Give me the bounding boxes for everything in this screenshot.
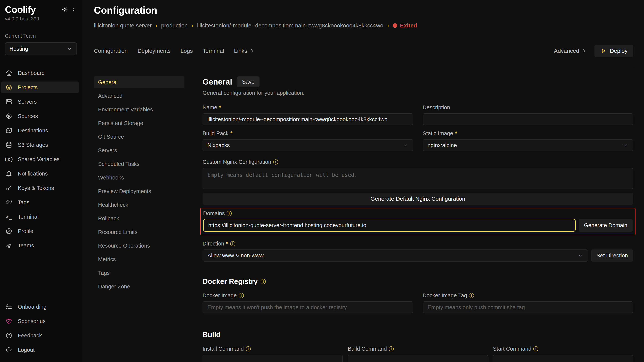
database-icon	[5, 141, 12, 148]
sidebar-item-profile[interactable]: Profile	[1, 225, 79, 237]
general-form: General Save General configuration for y…	[202, 76, 633, 362]
sidebar-item-teams[interactable]: Teams	[1, 240, 79, 251]
custom-nginx-label: Custom Nginx Configuration	[202, 159, 633, 165]
sidebar-item-dashboard[interactable]: Dashboard	[1, 67, 79, 79]
tab-logs[interactable]: Logs	[180, 48, 193, 54]
sidebar-item-feedback[interactable]: Feedback	[1, 330, 79, 341]
breadcrumb: illicitonion quote server › production ›…	[94, 22, 633, 29]
generate-domain-button[interactable]: Generate Domain	[579, 219, 633, 232]
sidebar-item-s3-storages[interactable]: S3 Storages	[1, 139, 79, 151]
server-icon	[5, 98, 12, 105]
chevron-down-icon	[578, 253, 583, 258]
breadcrumb-application[interactable]: illicitestonion/-module--decomposition:m…	[197, 22, 383, 29]
config-nav-item-resource-operations[interactable]: Resource Operations	[94, 240, 184, 252]
docker-image-tag-input[interactable]	[423, 301, 634, 313]
info-icon	[389, 346, 394, 352]
config-nav-item-general[interactable]: General	[94, 76, 184, 88]
status-dot-icon	[393, 23, 397, 28]
sidebar-item-onboarding[interactable]: Onboarding	[1, 301, 79, 313]
chevron-down-icon	[622, 142, 628, 148]
breadcrumb-project[interactable]: illicitonion quote server	[94, 22, 152, 29]
layers-icon	[5, 84, 12, 91]
sidebar-item-projects[interactable]: Projects	[1, 81, 79, 93]
chevron-down-icon	[403, 142, 408, 148]
sidebar-item-notifications[interactable]: Notifications	[1, 168, 79, 179]
config-nav-item-preview-deployments[interactable]: Preview Deployments	[94, 185, 184, 197]
sidebar-item-shared-variables[interactable]: (x) Shared Variables	[1, 153, 79, 165]
breadcrumb-environment[interactable]: production	[161, 22, 188, 29]
users-icon	[5, 242, 12, 249]
config-nav-item-tags[interactable]: Tags	[94, 267, 184, 279]
section-title-build: Build	[202, 331, 633, 339]
braces-x-icon: (x)	[5, 156, 12, 162]
theme-toggle-sun-icon[interactable]	[62, 6, 68, 12]
app-root: Coolify v4.0.0-beta.399 Current Team Hos…	[0, 0, 644, 362]
tab-terminal[interactable]: Terminal	[203, 48, 224, 54]
docker-image-tag-label: Docker Image Tag	[423, 292, 634, 299]
config-nav-item-persistent-storage[interactable]: Persistent Storage	[94, 117, 184, 129]
config-nav-item-healthcheck[interactable]: Healthcheck	[94, 199, 184, 211]
config-nav-item-rollback[interactable]: Rollback	[94, 213, 184, 224]
name-label: Name*	[202, 104, 413, 111]
description-label: Description	[423, 104, 634, 111]
config-nav-item-metrics[interactable]: Metrics	[94, 253, 184, 265]
play-icon	[600, 48, 606, 54]
info-icon	[469, 293, 474, 298]
advanced-menu[interactable]: Advanced	[554, 48, 586, 54]
save-button[interactable]: Save	[237, 76, 259, 87]
build-command-input[interactable]	[348, 355, 488, 362]
team-select[interactable]: Hosting	[5, 42, 77, 55]
config-nav-item-environment-variables[interactable]: Environment Variables	[94, 104, 184, 115]
tab-deployments[interactable]: Deployments	[138, 48, 170, 54]
section-title-general: General	[202, 77, 232, 86]
brand-logo: Coolify	[5, 4, 36, 15]
sidebar-item-destinations[interactable]: Destinations	[1, 125, 79, 136]
sidebar-item-terminal[interactable]: >_ Terminal	[1, 211, 79, 223]
sidebar-item-keys-tokens[interactable]: Keys & Tokens	[1, 182, 79, 194]
sources-icon	[5, 113, 12, 119]
config-nav-item-webhooks[interactable]: Webhooks	[94, 172, 184, 183]
direction-select[interactable]: Allow www & non-www.	[202, 250, 588, 262]
sidebar-item-sources[interactable]: Sources	[1, 110, 79, 122]
static-image-select[interactable]: nginx:alpine	[423, 139, 634, 151]
config-nav: General Advanced Environment Variables P…	[94, 76, 184, 294]
sidebar-item-sponsor[interactable]: Sponsor us	[1, 315, 79, 327]
config-nav-item-resource-limits[interactable]: Resource Limits	[94, 226, 184, 238]
direction-label: Direction*	[202, 241, 633, 247]
deploy-button[interactable]: Deploy	[594, 45, 633, 57]
set-direction-button[interactable]: Set Direction	[591, 250, 633, 262]
info-icon	[533, 346, 538, 352]
custom-nginx-textarea[interactable]	[202, 168, 633, 189]
sidebar-item-servers[interactable]: Servers	[1, 96, 79, 108]
checklist-icon	[5, 303, 12, 310]
sidebar-collapse-icon[interactable]	[71, 7, 76, 12]
tab-configuration[interactable]: Configuration	[94, 48, 128, 54]
chevron-updown-icon	[581, 48, 586, 53]
config-nav-item-advanced[interactable]: Advanced	[94, 90, 184, 102]
docker-image-input[interactable]	[202, 301, 413, 313]
map-icon	[5, 127, 12, 134]
home-icon	[5, 70, 12, 76]
chevron-right-icon: ›	[156, 22, 157, 29]
config-nav-item-danger-zone[interactable]: Danger Zone	[94, 281, 184, 292]
tab-links[interactable]: Links	[234, 48, 254, 54]
config-nav-item-git-source[interactable]: Git Source	[94, 131, 184, 143]
info-icon	[246, 346, 251, 352]
config-nav-item-servers[interactable]: Servers	[94, 144, 184, 156]
section-subtitle: General configuration for your applicati…	[202, 90, 633, 96]
config-nav-item-scheduled-tasks[interactable]: Scheduled Tasks	[94, 158, 184, 170]
description-input[interactable]	[423, 113, 634, 125]
question-icon	[5, 332, 12, 339]
name-input[interactable]	[202, 113, 413, 125]
bell-icon	[5, 170, 12, 177]
user-icon	[5, 228, 12, 235]
current-team-label: Current Team	[0, 33, 82, 39]
install-command-input[interactable]	[202, 355, 343, 362]
build-pack-select[interactable]: Nixpacks	[202, 139, 413, 151]
sidebar-item-tags[interactable]: Tags	[1, 197, 79, 208]
generate-nginx-button[interactable]: Generate Default Nginx Configuration	[202, 193, 633, 205]
start-command-label: Start Command	[493, 346, 633, 352]
domains-input[interactable]	[203, 219, 576, 232]
start-command-input[interactable]	[493, 355, 633, 362]
sidebar-item-logout[interactable]: Logout	[1, 344, 79, 356]
